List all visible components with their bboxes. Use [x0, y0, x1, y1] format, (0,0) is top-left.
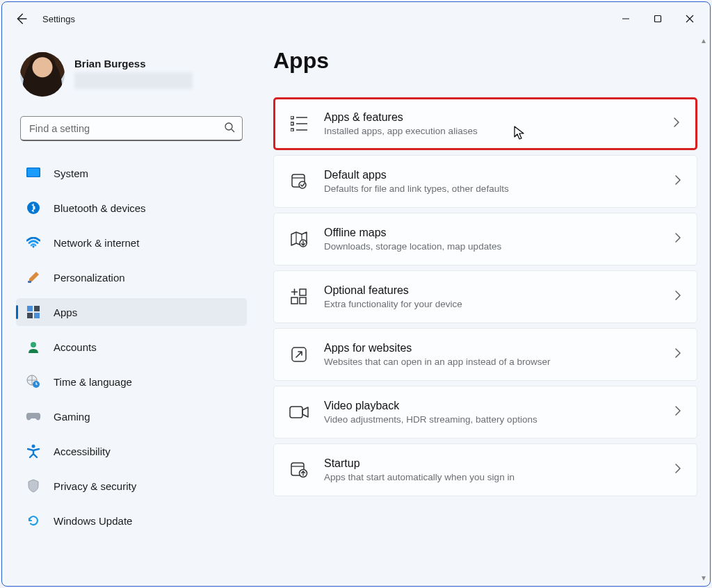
svg-rect-17: [291, 116, 293, 119]
svg-rect-11: [27, 313, 33, 318]
svg-rect-18: [291, 122, 293, 125]
sidebar-item-network[interactable]: Network & internet: [16, 229, 247, 256]
brush-icon: [26, 270, 41, 285]
sidebar-item-personalization[interactable]: Personalization: [16, 263, 247, 291]
sidebar-item-windows-update[interactable]: Windows Update: [16, 507, 247, 534]
card-title: Default apps: [324, 168, 509, 182]
card-sub: Downloads, storage location, map updates: [324, 241, 501, 253]
chevron-right-icon: [674, 348, 681, 361]
sidebar-item-accessibility[interactable]: Accessibility: [16, 437, 247, 465]
system-icon: [26, 165, 41, 181]
sidebar-item-gaming[interactable]: Gaming: [16, 402, 247, 430]
card-title: Video playback: [324, 399, 537, 413]
apps-websites-icon: [289, 346, 309, 363]
profile-block[interactable]: Brian Burgess: [16, 52, 247, 97]
svg-point-16: [32, 445, 35, 448]
chevron-right-icon: [674, 291, 681, 303]
svg-rect-10: [34, 306, 40, 311]
globe-clock-icon: [26, 374, 41, 389]
shield-icon: [26, 478, 41, 493]
svg-rect-33: [290, 407, 302, 418]
svg-point-25: [299, 181, 306, 188]
card-title: Apps for websites: [324, 341, 550, 355]
page-title: Apps: [273, 48, 697, 74]
svg-rect-5: [28, 169, 40, 177]
card-apps-for-websites[interactable]: Apps for websites Websites that can open…: [273, 328, 697, 381]
card-sub: Video adjustments, HDR streaming, batter…: [324, 414, 537, 426]
wifi-icon: [26, 235, 41, 250]
svg-rect-31: [300, 289, 306, 295]
search-input[interactable]: [28, 122, 224, 135]
close-button[interactable]: [674, 5, 706, 33]
update-icon: [26, 513, 41, 528]
sidebar-item-bluetooth[interactable]: Bluetooth & devices: [16, 194, 247, 222]
sidebar-item-label: Windows Update: [54, 515, 132, 527]
default-apps-icon: [289, 173, 309, 190]
app-title: Settings: [42, 14, 75, 24]
sidebar-item-time-language[interactable]: Time & language: [16, 368, 247, 395]
svg-rect-29: [291, 297, 298, 304]
svg-point-7: [33, 246, 35, 248]
optional-features-icon: [289, 288, 309, 305]
map-icon: [289, 231, 309, 247]
svg-line-3: [232, 129, 234, 132]
maximize-button[interactable]: [642, 5, 674, 33]
back-button[interactable]: [15, 13, 27, 25]
sidebar-item-label: Personalization: [54, 272, 125, 284]
card-sub: Extra functionality for your device: [324, 299, 462, 311]
chevron-right-icon: [674, 175, 681, 188]
card-sub: Defaults for file and link types, other …: [324, 183, 509, 195]
chevron-right-icon: [674, 464, 681, 476]
gamepad-icon: [26, 409, 41, 424]
card-sub: Apps that start automatically when you s…: [324, 472, 515, 484]
sidebar-item-label: Apps: [54, 307, 77, 318]
card-title: Offline maps: [324, 226, 501, 240]
card-title: Startup: [324, 457, 515, 471]
chevron-right-icon: [674, 233, 681, 245]
scroll-down-icon[interactable]: ▼: [700, 574, 707, 582]
card-video-playback[interactable]: Video playback Video adjustments, HDR st…: [273, 386, 697, 439]
svg-point-2: [225, 123, 232, 130]
profile-name: Brian Burgess: [74, 58, 193, 70]
svg-point-13: [31, 342, 36, 348]
avatar: [20, 52, 65, 97]
sidebar-item-label: Gaming: [54, 411, 90, 423]
svg-rect-12: [34, 313, 40, 318]
card-optional-features[interactable]: Optional features Extra functionality fo…: [273, 270, 697, 323]
sidebar-item-privacy[interactable]: Privacy & security: [16, 472, 247, 500]
sidebar-nav: System Bluetooth & devices Network & int…: [16, 156, 247, 537]
svg-rect-19: [291, 129, 293, 131]
sidebar-item-label: Network & internet: [54, 237, 139, 249]
svg-rect-1: [655, 16, 661, 22]
card-sub: Websites that can open in an app instead…: [324, 357, 550, 368]
sidebar-item-label: System: [54, 168, 88, 179]
accessibility-icon: [26, 443, 41, 459]
sidebar-item-apps[interactable]: Apps: [16, 298, 247, 326]
sidebar-item-label: Privacy & security: [54, 480, 136, 492]
svg-rect-9: [27, 306, 33, 311]
chevron-right-icon: [674, 406, 681, 418]
profile-email-redacted: [74, 72, 193, 89]
bluetooth-icon: [26, 200, 41, 215]
card-sub: Installed apps, app execution aliases: [324, 126, 478, 138]
card-default-apps[interactable]: Default apps Defaults for file and link …: [273, 155, 697, 208]
card-startup[interactable]: Startup Apps that start automatically wh…: [273, 443, 697, 496]
sidebar-item-label: Time & language: [54, 376, 132, 388]
card-offline-maps[interactable]: Offline maps Downloads, storage location…: [273, 213, 697, 266]
scroll-up-icon[interactable]: ▲: [700, 37, 707, 44]
minimize-button[interactable]: [610, 5, 642, 33]
person-icon: [26, 339, 41, 354]
sidebar-item-accounts[interactable]: Accounts: [16, 333, 247, 361]
sidebar-item-system[interactable]: System: [16, 159, 247, 187]
card-title: Optional features: [324, 284, 462, 297]
video-icon: [289, 405, 309, 419]
sidebar-item-label: Accessibility: [54, 446, 111, 457]
apps-icon: [26, 304, 41, 320]
titlebar: Settings: [2, 2, 710, 35]
search-box[interactable]: [20, 116, 243, 141]
startup-icon: [289, 462, 309, 478]
sidebar-item-label: Accounts: [54, 341, 97, 353]
sidebar-item-label: Bluetooth & devices: [54, 202, 146, 214]
card-apps-features[interactable]: Apps & features Installed apps, app exec…: [273, 97, 697, 150]
svg-rect-8: [28, 281, 31, 283]
